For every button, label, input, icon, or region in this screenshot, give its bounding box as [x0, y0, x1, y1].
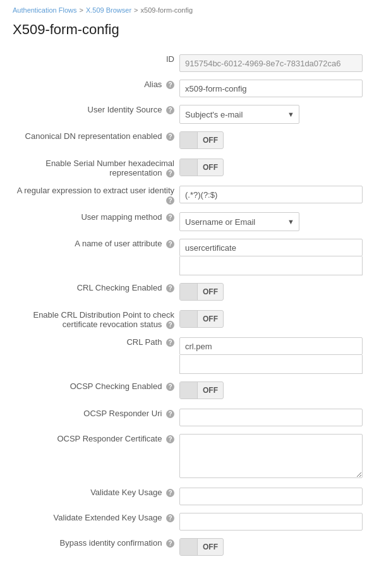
validate-key-usage-label: Validate Key Usage — [90, 488, 162, 497]
id-label: ID — [166, 54, 174, 64]
bypass-identity-help-icon[interactable]: ? — [166, 539, 174, 548]
crl-distribution-toggle-indicator — [180, 310, 198, 328]
user-mapping-select[interactable]: Username or Email Email Username Custom — [179, 212, 299, 231]
ocsp-checking-toggle-label: OFF — [198, 386, 223, 395]
user-identity-source-label: User Identity Source — [88, 105, 162, 114]
user-mapping-label: User mapping method — [81, 212, 162, 222]
ocsp-responder-cert-textarea[interactable] — [179, 434, 363, 478]
field-ocsp-responder-cert: OCSP Responder Certificate ? — [13, 430, 366, 484]
user-attribute-help-icon[interactable]: ? — [166, 240, 174, 248]
serial-hex-toggle-label: OFF — [198, 163, 223, 172]
field-crl-checking: CRL Checking Enabled ? OFF — [13, 279, 366, 306]
id-input[interactable] — [179, 54, 363, 72]
user-mapping-wrapper: Username or Email Email Username Custom … — [179, 212, 299, 231]
breadcrumb-auth-flows[interactable]: Authentication Flows — [13, 6, 77, 14]
alias-input[interactable] — [179, 80, 363, 97]
serial-hex-toggle-indicator — [180, 159, 198, 176]
user-identity-source-help-icon[interactable]: ? — [166, 106, 174, 114]
bypass-identity-toggle-indicator — [180, 538, 198, 556]
config-form: ID Alias ? User Identity Source ? Subjec… — [13, 51, 366, 561]
crl-checking-label: CRL Checking Enabled — [77, 283, 162, 292]
breadcrumb-current: x509-form-config — [141, 6, 193, 14]
serial-hex-label: Enable Serial Number hexadecimal represe… — [45, 159, 174, 177]
field-crl-distribution: Enable CRL Distribution Point to check c… — [13, 306, 366, 333]
validate-key-usage-input[interactable] — [179, 488, 363, 505]
field-canonical-dn: Canonical DN representation enabled ? OF… — [13, 128, 366, 155]
bypass-identity-toggle-label: OFF — [198, 543, 223, 551]
regex-help-icon[interactable]: ? — [166, 196, 174, 205]
field-alias: Alias ? — [13, 76, 366, 101]
user-mapping-help-icon[interactable]: ? — [166, 213, 174, 222]
ocsp-responder-uri-label: OCSP Responder Uri — [83, 409, 162, 418]
field-validate-ext-key-usage: Validate Extended Key Usage ? — [13, 509, 366, 534]
user-attribute-extra-area — [179, 256, 363, 275]
field-ocsp-responder-uri: OCSP Responder Uri ? — [13, 405, 366, 430]
serial-hex-toggle[interactable]: OFF — [179, 159, 224, 176]
field-user-attribute: A name of user attribute ? — [13, 235, 366, 279]
user-attribute-input[interactable] — [179, 239, 363, 256]
validate-ext-key-usage-help-icon[interactable]: ? — [166, 514, 174, 522]
crl-distribution-label: Enable CRL Distribution Point to check c… — [33, 310, 174, 329]
field-serial-hex: Enable Serial Number hexadecimal represe… — [13, 155, 366, 182]
canonical-dn-toggle-label: OFF — [198, 136, 223, 145]
breadcrumb: Authentication Flows > X.509 Browser > x… — [13, 6, 366, 14]
crl-checking-help-icon[interactable]: ? — [166, 284, 174, 292]
ocsp-checking-help-icon[interactable]: ? — [166, 383, 174, 391]
validate-key-usage-help-icon[interactable]: ? — [166, 489, 174, 497]
ocsp-checking-label: OCSP Checking Enabled — [70, 381, 162, 391]
ocsp-responder-cert-help-icon[interactable]: ? — [166, 435, 174, 443]
field-ocsp-checking: OCSP Checking Enabled ? OFF — [13, 378, 366, 405]
breadcrumb-sep-1: > — [80, 6, 83, 14]
alias-label: Alias — [144, 80, 162, 89]
breadcrumb-sep-2: > — [134, 6, 138, 14]
breadcrumb-x509-browser[interactable]: X.509 Browser — [86, 6, 131, 14]
ocsp-responder-uri-input[interactable] — [179, 409, 363, 426]
crl-distribution-help-icon[interactable]: ? — [166, 321, 174, 329]
serial-hex-help-icon[interactable]: ? — [166, 169, 174, 177]
crl-path-label: CRL Path — [126, 337, 162, 347]
bypass-identity-label: Bypass identity confirmation — [60, 538, 162, 548]
user-identity-source-wrapper: Subject's e-mail Subject DN Issuer DN Ce… — [179, 105, 299, 124]
user-identity-source-select[interactable]: Subject's e-mail Subject DN Issuer DN Ce… — [179, 105, 299, 124]
crl-path-extra-area — [179, 355, 363, 374]
ocsp-responder-cert-label: OCSP Responder Certificate — [57, 434, 162, 443]
field-user-mapping: User mapping method ? Username or Email … — [13, 208, 366, 235]
canonical-dn-toggle[interactable]: OFF — [179, 131, 224, 149]
canonical-dn-help-icon[interactable]: ? — [166, 133, 174, 141]
ocsp-checking-toggle-indicator — [180, 381, 198, 399]
crl-distribution-toggle-label: OFF — [198, 315, 223, 323]
canonical-dn-label: Canonical DN representation enabled — [25, 131, 162, 141]
page-title: X509-form-config — [13, 21, 366, 38]
canonical-dn-toggle-indicator — [180, 131, 198, 149]
crl-checking-toggle-label: OFF — [198, 287, 223, 296]
field-user-identity-source: User Identity Source ? Subject's e-mail … — [13, 101, 366, 128]
crl-distribution-toggle[interactable]: OFF — [179, 310, 224, 328]
ocsp-checking-toggle[interactable]: OFF — [179, 381, 224, 399]
crl-path-help-icon[interactable]: ? — [166, 339, 174, 347]
ocsp-responder-uri-help-icon[interactable]: ? — [166, 410, 174, 418]
field-bypass-identity: Bypass identity confirmation ? OFF — [13, 534, 366, 561]
field-validate-key-usage: Validate Key Usage ? — [13, 484, 366, 509]
alias-help-icon[interactable]: ? — [166, 81, 174, 89]
crl-checking-toggle[interactable]: OFF — [179, 283, 224, 301]
regex-label: A regular expression to extract user ide… — [17, 186, 174, 195]
crl-checking-toggle-indicator — [180, 283, 198, 301]
crl-path-input[interactable] — [179, 337, 363, 355]
validate-ext-key-usage-label: Validate Extended Key Usage — [54, 513, 162, 522]
field-crl-path: CRL Path ? — [13, 333, 366, 378]
field-id: ID — [13, 51, 366, 76]
regex-input[interactable] — [179, 186, 363, 203]
validate-ext-key-usage-input[interactable] — [179, 513, 363, 531]
user-attribute-label: A name of user attribute — [75, 239, 162, 248]
bypass-identity-toggle[interactable]: OFF — [179, 538, 224, 556]
field-regex: A regular expression to extract user ide… — [13, 182, 366, 208]
